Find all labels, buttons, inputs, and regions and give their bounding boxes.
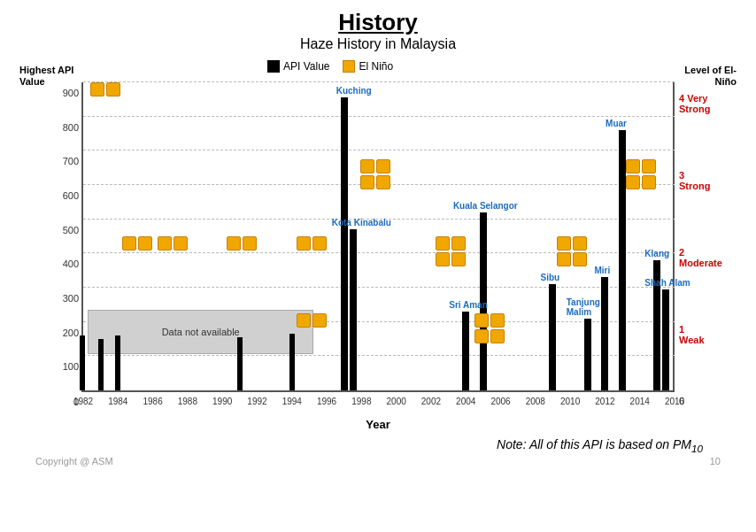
title-section: History Haze History in Malaysia xyxy=(18,9,738,52)
elnino-1997a xyxy=(360,159,374,173)
elnino-2015c xyxy=(626,175,640,189)
elnino-1994d xyxy=(312,313,327,328)
elnino-2004b xyxy=(490,313,505,328)
chart-area: 900 800 700 600 500 400 30 xyxy=(81,82,675,392)
bar-2015-shahalam: Shah Alam xyxy=(662,289,669,390)
bar-1997-kuching: Kuching xyxy=(341,97,348,390)
bar-1984 xyxy=(115,335,120,390)
y-tick-700: 700 xyxy=(63,156,79,166)
city-shah-alam: Shah Alam xyxy=(644,278,690,288)
bar-2012-miri: Miri xyxy=(601,277,608,390)
data-not-available-label: Data not available xyxy=(88,310,313,354)
elnino-2004c xyxy=(474,329,489,343)
x-2002: 2002 xyxy=(421,397,441,406)
elnino-1982b xyxy=(106,82,120,96)
y-tick-500: 500 xyxy=(63,225,79,235)
note-section: Note: All of this API is based on PM10 xyxy=(18,436,738,454)
x-2008: 2008 xyxy=(526,397,545,406)
y-tick-300: 300 xyxy=(63,293,79,304)
elnino-1986b xyxy=(174,236,188,251)
elnino-2004d xyxy=(490,329,505,343)
x-2004: 2004 xyxy=(456,397,475,406)
subtitle: Haze History in Malaysia xyxy=(18,36,738,52)
y-axis-right-label: Level of El-Niño xyxy=(675,65,737,88)
elnino-2002b xyxy=(451,236,466,251)
x-1982: 1982 xyxy=(73,397,93,406)
x-2016: 2016 xyxy=(665,397,684,406)
elnino-1994b xyxy=(312,236,327,251)
elnino-1997d xyxy=(376,175,390,189)
y-tick-400: 400 xyxy=(63,258,79,269)
elnino-2015d xyxy=(642,175,656,189)
grid-900: 900 xyxy=(83,81,675,82)
x-1990: 1990 xyxy=(212,397,232,406)
elnino-1986a xyxy=(158,236,172,251)
x-1986: 1986 xyxy=(143,397,162,406)
page-number: 10 xyxy=(710,456,721,466)
elnino-2009d xyxy=(573,252,587,266)
city-miri: Miri xyxy=(594,266,610,275)
y-tick-100: 100 xyxy=(63,361,79,372)
bar-1991 xyxy=(237,337,243,390)
elnino-1994a xyxy=(297,236,311,251)
elnino-2015b xyxy=(642,159,656,173)
city-kuala-selangor: Kuala Selangor xyxy=(453,201,518,211)
legend-elnino-icon xyxy=(343,60,355,73)
bar-2009-sibu: Sibu xyxy=(549,284,556,390)
elnino-2002c xyxy=(436,252,450,266)
x-1984: 1984 xyxy=(108,397,127,406)
x-2014: 2014 xyxy=(630,397,650,406)
city-kotakinabalu: Kota Kinabalu xyxy=(332,218,391,227)
elnino-1984a xyxy=(122,236,136,251)
city-sri-aman: Sri Aman xyxy=(449,300,488,310)
legend-api-icon xyxy=(267,60,280,73)
city-klang: Klang xyxy=(644,249,669,258)
elnino-1984b xyxy=(138,236,152,251)
elnino-1997c xyxy=(360,175,374,189)
x-1988: 1988 xyxy=(178,397,197,406)
x-axis-label: Year xyxy=(366,416,390,432)
chart-legend: API Value El Niño xyxy=(267,60,393,73)
x-1998: 1998 xyxy=(351,397,371,406)
legend-api: API Value xyxy=(267,60,329,73)
footer: Copyright @ ASM 10 xyxy=(18,454,738,466)
elnino-2009a xyxy=(557,236,571,251)
right-axis xyxy=(673,82,675,390)
x-1992: 1992 xyxy=(247,397,266,406)
copyright: Copyright @ ASM xyxy=(35,456,113,466)
elnino-2009c xyxy=(557,252,571,266)
legend-elnino: El Niño xyxy=(343,60,393,73)
grid-300: 300 xyxy=(83,287,675,288)
y-axis-left-label: Highest API Value xyxy=(19,65,77,88)
x-1996: 1996 xyxy=(317,397,336,406)
main-title: History xyxy=(18,9,738,36)
y-tick-800: 800 xyxy=(63,122,79,133)
grid-800: 800 xyxy=(83,116,675,117)
x-2006: 2006 xyxy=(490,397,510,406)
x-2000: 2000 xyxy=(387,397,406,406)
elnino-1994c xyxy=(297,313,311,328)
legend-elnino-label: El Niño xyxy=(359,60,393,73)
bar-2004-sriaman: Sri Aman xyxy=(462,312,469,390)
city-kuching: Kuching xyxy=(336,86,372,96)
bar-1983 xyxy=(98,339,104,390)
elnino-2015a xyxy=(626,159,640,173)
y-tick-200: 200 xyxy=(63,328,79,338)
city-muar: Muar xyxy=(606,119,627,128)
y-tick-900: 900 xyxy=(63,88,79,98)
elnino-1990b xyxy=(243,236,257,251)
bar-1982 xyxy=(80,335,85,390)
x-2010: 2010 xyxy=(560,397,580,406)
legend-api-label: API Value xyxy=(283,60,329,73)
x-1994: 1994 xyxy=(282,397,302,406)
elnino-2002d xyxy=(451,252,466,266)
elnino-2009b xyxy=(573,236,587,251)
bar-2013-muar: Muar xyxy=(619,130,626,390)
note-text: Note: All of this API is based on PM10 xyxy=(497,437,703,451)
bar-1997-kotakinabalu: Kota Kinabalu xyxy=(350,229,357,390)
city-sibu: Sibu xyxy=(540,273,559,282)
elnino-1982a xyxy=(90,82,104,96)
bar-2011-tanjung: TanjungMalim xyxy=(584,319,591,390)
elnino-1990a xyxy=(227,236,241,251)
page: History Haze History in Malaysia Highest… xyxy=(0,0,756,532)
